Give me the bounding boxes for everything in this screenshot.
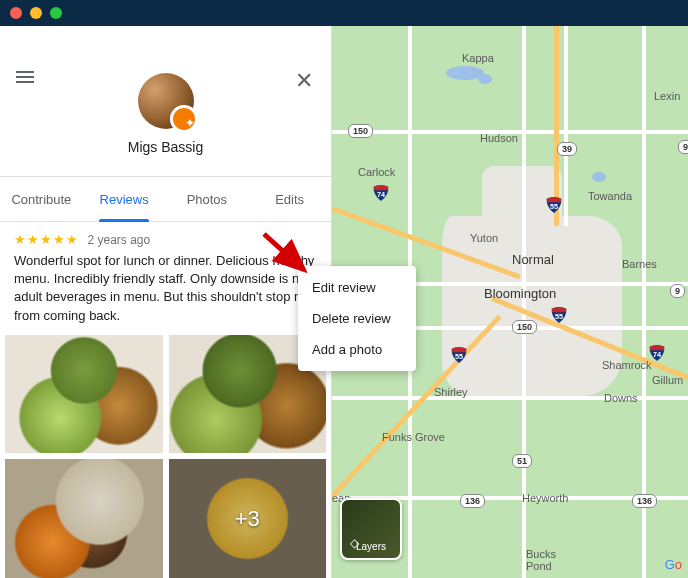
interstate-shield: 55 [450,346,468,364]
window-minimize-button[interactable] [30,7,42,19]
map-label: Lexin [654,90,680,102]
svg-text:55: 55 [555,312,563,321]
map-label: Hudson [480,132,518,144]
interstate-shield: 74 [648,344,666,362]
tabs: Contribute Reviews Photos Edits [0,176,331,222]
map-label: Bloomington [484,286,556,301]
interstate-shield: 74 [372,184,390,202]
interstate-shield: 55 [545,196,563,214]
map-water [478,74,492,84]
callout-arrow [260,230,320,290]
layers-label: Layers [356,541,386,552]
svg-text:74: 74 [653,350,661,359]
map-label: Downs [604,392,638,404]
window-titlebar [0,0,688,26]
map-water [592,172,606,182]
route-shield: 136 [632,494,657,508]
route-shield: 150 [348,124,373,138]
map-label: Kappa [462,52,494,64]
photo-grid: +3 [0,335,331,578]
menu-delete-review[interactable]: Delete review [298,303,416,334]
route-shield: 39 [557,142,577,156]
route-shield: 9 [670,284,685,298]
tab-contribute[interactable]: Contribute [0,177,83,221]
route-shield: 136 [460,494,485,508]
map-label: Shamrock [602,359,652,371]
map-label: Shirley [434,386,468,398]
avatar[interactable]: ✦ [138,73,194,129]
tab-reviews[interactable]: Reviews [83,177,166,221]
profile-panel: ✕ ✦ Migs Bassig Contribute Reviews Photo… [0,26,332,578]
hamburger-menu-icon[interactable] [16,68,34,86]
map-label: Towanda [588,190,632,202]
close-icon[interactable]: ✕ [295,68,313,94]
tab-edits[interactable]: Edits [248,177,331,221]
svg-text:74: 74 [377,190,385,199]
map-brand: Go [665,557,682,572]
svg-line-0 [264,234,304,270]
menu-add-photo[interactable]: Add a photo [298,334,416,365]
route-shield: 9 [678,140,688,154]
route-shield: 150 [512,320,537,334]
svg-text:55: 55 [550,202,558,211]
svg-text:55: 55 [455,352,463,361]
review-photo-more[interactable]: +3 [169,459,327,578]
map-label: Bucks [526,548,556,560]
window-maximize-button[interactable] [50,7,62,19]
tab-photos[interactable]: Photos [166,177,249,221]
review-photo-1[interactable] [5,335,163,454]
map-label: Heyworth [522,492,568,504]
layers-button[interactable]: ◇ Layers [340,498,402,560]
window-close-button[interactable] [10,7,22,19]
map-label: Funks Grove [382,431,445,443]
more-photos-label: +3 [169,459,327,578]
route-shield: 51 [512,454,532,468]
map-urban-area [442,216,622,396]
star-rating-icon: ★★★★★ [14,232,79,247]
review-time: 2 years ago [87,233,150,247]
interstate-shield: 55 [550,306,568,324]
layers-icon: ◇ [350,536,359,550]
map-label: Normal [512,252,554,267]
review-photo-3[interactable] [5,459,163,578]
map-road [564,26,568,226]
map-label: Barnes [622,258,657,270]
map-label: Carlock [358,166,395,178]
map-label: Pond [526,560,552,572]
map-label: Gillum [652,374,683,386]
profile-name: Migs Bassig [128,139,203,155]
map-label: Yuton [470,232,498,244]
